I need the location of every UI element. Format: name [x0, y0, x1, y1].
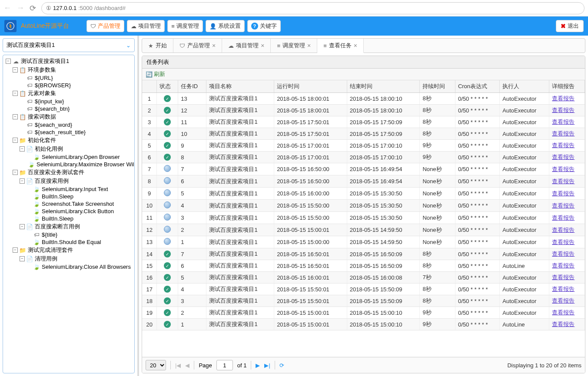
tree-toggle-icon[interactable]: −	[20, 224, 25, 229]
task-grid[interactable]: 状态任务ID项目名称运行时间结束时间持续时间Cron表达式执行人详细报告 1✓1…	[142, 80, 585, 357]
prev-page-icon[interactable]: ◀	[185, 362, 189, 369]
tree-toggle-icon[interactable]: −	[13, 138, 18, 143]
table-row[interactable]: 95测试百度搜索项目12018-05-15 16:00:002018-05-15…	[142, 188, 585, 200]
tree-node[interactable]: −📁百度搜索业务测试套件	[5, 168, 133, 177]
tree-node[interactable]: −☁测试百度搜索项目1	[5, 57, 133, 66]
tree-node[interactable]: −📁初始化套件	[5, 136, 133, 145]
tree-node[interactable]: 🍃SeleniumLibrary.Click Button	[5, 208, 133, 215]
table-row[interactable]: 3✓11测试百度搜索项目12018-05-15 17:50:012018-05-…	[142, 116, 585, 128]
first-page-icon[interactable]: |◀	[175, 362, 181, 369]
table-row[interactable]: 4✓10测试百度搜索项目12018-05-15 17:50:012018-05-…	[142, 128, 585, 140]
table-row[interactable]: 14✓7测试百度搜索项目12018-05-15 16:50:012018-05-…	[142, 248, 585, 260]
tree-node[interactable]: −📋环境参数集	[5, 66, 133, 74]
tree-toggle-icon[interactable]: −	[13, 114, 18, 119]
pager-refresh-icon[interactable]: ⟳	[279, 362, 284, 369]
tree-node[interactable]: 🍃SeleniumLibrary.Open Browser	[5, 153, 133, 161]
column-header[interactable]: 结束时间	[347, 80, 420, 93]
tree-node[interactable]: −📄百度搜索用例	[5, 177, 133, 185]
tree-node[interactable]: 🏷${input_kw}	[5, 98, 133, 105]
tree-toggle-icon[interactable]: −	[13, 91, 18, 96]
column-header[interactable]: 运行时间	[274, 80, 347, 93]
tree-toggle-icon[interactable]: −	[13, 247, 18, 253]
page-size-select[interactable]: 20	[146, 360, 166, 370]
tree-node[interactable]: −📄清理用例	[5, 254, 133, 263]
tab[interactable]: ≡查看任务×	[317, 39, 364, 53]
table-row[interactable]: 104测试百度搜索项目12018-05-15 15:50:002018-05-1…	[142, 200, 585, 212]
view-report-link[interactable]: 查看报告	[552, 214, 575, 221]
tab[interactable]: ≡调度管理×	[271, 39, 317, 53]
column-header[interactable]: 持续时间	[420, 80, 455, 93]
column-header[interactable]: Cron表达式	[455, 80, 499, 93]
tree-toggle-icon[interactable]: −	[13, 67, 18, 73]
view-report-link[interactable]: 查看报告	[552, 286, 575, 292]
table-row[interactable]: 15✓6测试百度搜索项目12018-05-15 16:50:012018-05-…	[142, 260, 585, 272]
table-row[interactable]: 122测试百度搜索项目12018-05-15 15:00:012018-05-1…	[142, 224, 585, 236]
table-row[interactable]: 20✓1测试百度搜索项目12018-05-15 15:00:012018-05-…	[142, 319, 585, 330]
tree-node[interactable]: 🍃SeleniumLibrary.Input Text	[5, 185, 133, 193]
view-report-link[interactable]: 查看报告	[552, 154, 575, 160]
view-report-link[interactable]: 查看报告	[552, 262, 575, 269]
tree-node[interactable]: 🍃BuiltIn.Should Be Equal	[5, 238, 133, 246]
tree-node[interactable]: 🏷${title}	[5, 231, 133, 238]
top-button-2[interactable]: ≡调度管理	[167, 20, 203, 32]
tree-toggle-icon[interactable]: −	[20, 146, 25, 152]
next-page-icon[interactable]: ▶	[256, 362, 260, 369]
refresh-button[interactable]: 🔄 刷新	[146, 70, 165, 78]
top-button-3[interactable]: 👤系统设置	[206, 20, 245, 32]
tree-node[interactable]: 🏷${URL}	[5, 74, 133, 82]
top-button-1[interactable]: ☁项目管理	[127, 20, 165, 32]
column-header[interactable]: 详细报告	[549, 80, 585, 93]
tab-close-icon[interactable]: ×	[261, 42, 264, 49]
top-button-0[interactable]: 🛡产品管理	[86, 20, 124, 32]
table-row[interactable]: 18✓3测试百度搜索项目12018-05-15 15:50:012018-05-…	[142, 295, 585, 307]
column-header[interactable]	[142, 80, 157, 93]
tree-node[interactable]: 🍃BuiltIn.Sleep	[5, 193, 133, 200]
view-report-link[interactable]: 查看报告	[552, 297, 575, 304]
tree-toggle-icon[interactable]: −	[6, 59, 11, 64]
column-header[interactable]: 任务ID	[178, 80, 206, 93]
view-report-link[interactable]: 查看报告	[552, 178, 575, 185]
tree-toggle-icon[interactable]: −	[20, 178, 25, 184]
table-row[interactable]: 2✓12测试百度搜索项目12018-05-15 18:00:012018-05-…	[142, 105, 585, 116]
tree-toggle-icon[interactable]: −	[13, 170, 18, 175]
view-report-link[interactable]: 查看报告	[552, 239, 575, 245]
tab[interactable]: 🛡产品管理×	[173, 39, 222, 53]
table-row[interactable]: 6✓8测试百度搜索项目12018-05-15 17:00:012018-05-1…	[142, 152, 585, 163]
table-row[interactable]: 86测试百度搜索项目12018-05-15 16:50:002018-05-15…	[142, 175, 585, 188]
tree-node[interactable]: 🏷${seach_word}	[5, 121, 133, 129]
view-report-link[interactable]: 查看报告	[552, 274, 575, 280]
column-header[interactable]: 状态	[157, 80, 178, 93]
table-row[interactable]: 131测试百度搜索项目12018-05-15 15:00:002018-05-1…	[142, 236, 585, 248]
reload-icon[interactable]: ⟳	[30, 3, 36, 13]
top-button-4[interactable]: ?关键字	[247, 20, 281, 32]
tab-close-icon[interactable]: ×	[354, 42, 357, 49]
table-row[interactable]: 19✓2测试百度搜索项目12018-05-15 15:00:012018-05-…	[142, 307, 585, 319]
view-report-link[interactable]: 查看报告	[552, 309, 575, 316]
project-select[interactable]: 测试百度搜索项目1 ⌄	[3, 38, 135, 52]
table-row[interactable]: 16✓5测试百度搜索项目12018-05-15 16:00:012018-05-…	[142, 272, 585, 284]
tree-node[interactable]: 🏷${BROWSER}	[5, 82, 133, 89]
project-tree[interactable]: −☁测试百度搜索项目1−📋环境参数集🏷${URL}🏷${BROWSER}−📋元素…	[3, 55, 135, 373]
exit-button[interactable]: ✖ 退出	[556, 20, 584, 32]
view-report-link[interactable]: 查看报告	[552, 251, 575, 257]
tree-node[interactable]: 🍃SeleniumLibrary.Close All Browsers	[5, 263, 133, 270]
tab-close-icon[interactable]: ×	[212, 42, 216, 49]
page-number-input[interactable]	[216, 360, 233, 370]
last-page-icon[interactable]: ▶|	[264, 362, 270, 369]
view-report-link[interactable]: 查看报告	[552, 202, 575, 209]
back-icon[interactable]: ←	[3, 3, 11, 13]
url-bar[interactable]: ① 127.0.0.1:5000/dashboard#	[41, 2, 585, 14]
column-header[interactable]: 执行人	[500, 80, 549, 93]
table-row[interactable]: 113测试百度搜索项目12018-05-15 15:50:002018-05-1…	[142, 212, 585, 224]
tree-node[interactable]: −📄百度搜索断言用例	[5, 222, 133, 231]
table-row[interactable]: 5✓9测试百度搜索项目12018-05-15 17:00:012018-05-1…	[142, 140, 585, 152]
view-report-link[interactable]: 查看报告	[552, 142, 575, 148]
tree-node[interactable]: −📋元素对象集	[5, 89, 133, 98]
table-row[interactable]: 77测试百度搜索项目12018-05-15 16:50:002018-05-15…	[142, 163, 585, 175]
tab-close-icon[interactable]: ×	[307, 42, 311, 49]
forward-icon[interactable]: →	[17, 3, 24, 13]
tree-node[interactable]: 🏷${seach_result_title}	[5, 129, 133, 136]
tab[interactable]: ★开始	[142, 39, 173, 53]
view-report-link[interactable]: 查看报告	[552, 227, 575, 233]
table-row[interactable]: 1✓13测试百度搜索项目12018-05-15 18:00:012018-05-…	[142, 93, 585, 105]
